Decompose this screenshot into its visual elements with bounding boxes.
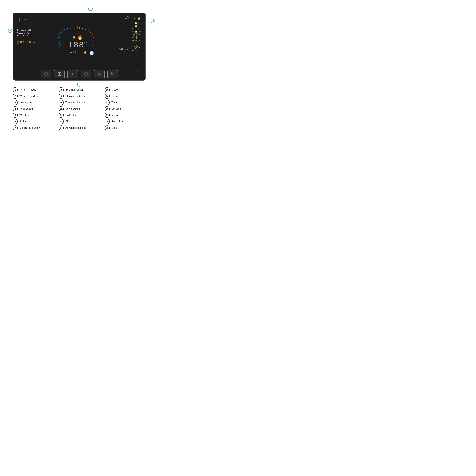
legend-item-6: 6 Periods xyxy=(13,119,54,124)
legend-text-12: Up Button xyxy=(65,114,77,117)
legend-item-4: 4 Wind speed xyxy=(13,106,54,111)
legend-text-3: Heating on xyxy=(19,101,32,104)
svg-text:🌿: 🌿 xyxy=(134,45,137,49)
day-wed: 🌧🧗Wed xyxy=(132,28,141,30)
ampm-label: AMPM xyxy=(17,41,19,44)
hold-modes: Permanent Hold Temporary Hold Using Sche… xyxy=(17,29,45,37)
legend-num-1: 1 xyxy=(13,87,18,92)
main-temp-unit: °C xyxy=(84,42,87,45)
legend-item-8: 8 External sensor xyxy=(59,87,100,92)
svg-rect-10 xyxy=(60,72,61,74)
hour-label: h xyxy=(23,44,45,46)
legend-item-19: 19 Menu xyxy=(105,113,146,118)
humidity-display: 88 xyxy=(119,47,123,51)
legend-num-15: 15 xyxy=(105,87,110,92)
mode-button[interactable] xyxy=(54,70,65,78)
anno-21: 21 xyxy=(90,51,94,55)
legend-item-18: 18 Set temp. xyxy=(105,106,146,111)
legend-text-2: Wifi ( EZ mode ) xyxy=(19,95,38,98)
wind-icon xyxy=(125,16,129,20)
anno-6: 6 xyxy=(88,7,92,11)
legend-section: 1 Wifi ( AP mode ) 8 External sensor 15 … xyxy=(11,87,148,130)
svg-rect-11 xyxy=(58,74,59,75)
anno-10: 10 xyxy=(151,19,155,23)
sun-icon: ☀ xyxy=(134,17,136,20)
wifi-ap-icon xyxy=(17,17,22,22)
day-sun: 🪨🛋Sun xyxy=(132,39,141,42)
set-temp-unit: °C xyxy=(81,51,83,53)
legend-item-1: 1 Wifi ( AP mode ) xyxy=(13,87,54,92)
days-label: Days xyxy=(32,42,35,43)
legend-text-5: Weather xyxy=(19,114,29,117)
legend-item-14: 14 Advanced options xyxy=(59,125,100,130)
svg-point-6 xyxy=(135,48,136,49)
advanced-options-button[interactable]: F xyxy=(67,70,78,78)
legend-item-5: 5 Weather xyxy=(13,113,54,118)
legend-text-20: Room Temp. xyxy=(111,120,126,123)
legend-text-16: Power xyxy=(111,95,119,98)
day-sat: 🌿🏠Sat xyxy=(132,36,141,38)
day-fri: 🌿🧗Fri xyxy=(133,33,141,35)
legend-text-21: Lock xyxy=(111,126,117,129)
legend-text-15: Mode xyxy=(111,88,118,91)
legend-text-9: Ultraviolet intensity xyxy=(65,95,87,98)
day-mon: ☁🏠Mon xyxy=(132,22,141,24)
legend-text-10: The humidity outdoor xyxy=(65,101,89,104)
legend-item-21: 21 Lock xyxy=(105,125,146,130)
legend-item-15: 15 Mode xyxy=(105,87,146,92)
legend-text-6: Periods xyxy=(19,120,28,123)
uv-gauge: 🌿 xyxy=(129,43,142,51)
legend-text-13: Clock xyxy=(65,120,72,123)
day-thu: ❄🏠Thu xyxy=(132,30,141,33)
legend-text-1: Wifi ( AP mode ) xyxy=(19,88,38,91)
legend-text-14: Advanced options xyxy=(65,126,85,129)
set-label: Set xyxy=(69,51,72,53)
up-button[interactable] xyxy=(94,70,105,78)
legend-text-17: Time xyxy=(111,101,117,104)
lock-icon: 🔒 xyxy=(84,51,86,54)
wifi-ez-icon xyxy=(23,17,28,22)
legend-num-8: 8 xyxy=(59,87,64,92)
main-temp-display: 188 xyxy=(68,40,85,50)
day-tue: ☁🏠Tue xyxy=(132,25,141,27)
legend-item-13: 13 Clock xyxy=(59,119,100,124)
legend-item-2: 2 Wifi ( EZ mode ) xyxy=(13,94,54,99)
svg-rect-9 xyxy=(58,72,59,74)
set-temp-display: 188 xyxy=(73,51,80,54)
legend-text-8: External sensor xyxy=(65,88,83,91)
legend-item-17: 17 Time xyxy=(105,100,146,105)
legend-text-19: Menu xyxy=(111,114,118,117)
home-room-icon: 🏠 xyxy=(72,36,76,39)
weather-icon: ✳ xyxy=(130,17,132,20)
legend-item-9: 9 Ultraviolet intensity xyxy=(59,94,100,99)
svg-rect-12 xyxy=(60,74,61,75)
legend-text-4: Wind speed xyxy=(19,107,33,110)
legend-item-3: 3 Heating on xyxy=(13,100,54,105)
legend-text-18: Set temp. xyxy=(111,107,122,110)
flame-icon: 🔥 xyxy=(77,34,83,40)
legend-item-16: 16 Power xyxy=(105,94,146,99)
legend-item-11: 11 Down Button xyxy=(59,106,100,111)
legend-text-7: Monday to Sunday xyxy=(19,126,40,129)
humidity-unit: %RH xyxy=(124,48,128,50)
legend-text-11: Down Button xyxy=(65,107,80,110)
power-button[interactable] xyxy=(41,70,51,78)
clock-button[interactable] xyxy=(81,70,91,78)
legend-item-20: 20 Room Temp. xyxy=(105,119,146,124)
legend-item-12: 12 Up Button xyxy=(59,113,100,118)
legend-item-10: 10 The humidity outdoor xyxy=(59,100,100,105)
house-period-icon: 🏠 xyxy=(137,17,141,20)
anno-17: 17 xyxy=(8,29,12,33)
anno-11-bot: 11 xyxy=(77,83,81,87)
down-button[interactable] xyxy=(107,70,118,78)
legend-item-7: 7 Monday to Sunday xyxy=(13,125,54,130)
time-display: 88:88 xyxy=(20,41,31,44)
